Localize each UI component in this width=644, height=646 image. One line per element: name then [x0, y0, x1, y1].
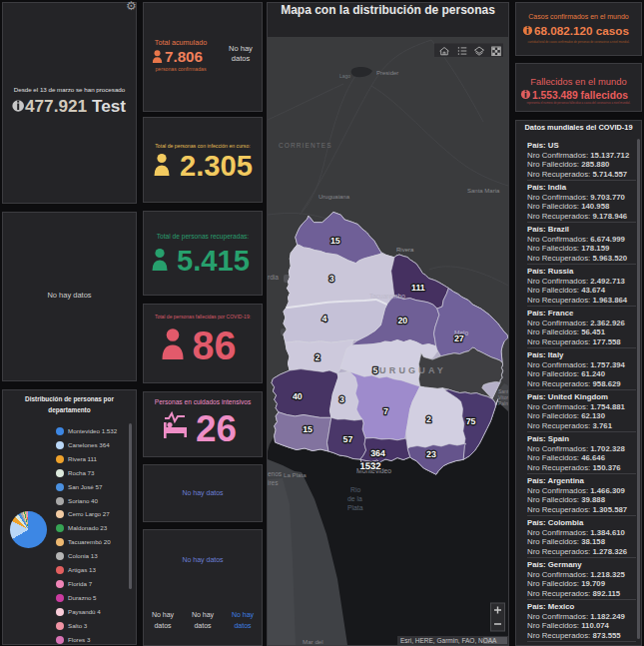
svg-text:URUGUAY: URUGUAY	[379, 365, 446, 375]
svg-text:23: 23	[426, 449, 436, 459]
svg-text:de la: de la	[347, 495, 362, 502]
svg-text:La Plata: La Plata	[284, 471, 307, 478]
svg-text:364: 364	[370, 448, 385, 458]
svg-text:Lago: Lago	[339, 73, 350, 79]
svg-text:86: 86	[193, 325, 237, 363]
svg-text:CORRIENTES: CORRIENTES	[279, 142, 332, 149]
svg-text:27: 27	[454, 333, 464, 343]
svg-text:111: 111	[411, 283, 425, 293]
svg-text:cantidad total de casos confir: cantidad total de casos confirmados de p…	[528, 38, 630, 43]
svg-text:40: 40	[293, 391, 303, 401]
svg-text:2: 2	[426, 414, 431, 424]
svg-text:15: 15	[330, 236, 340, 246]
svg-text:5.415: 5.415	[177, 246, 250, 274]
svg-text:3: 3	[339, 394, 344, 404]
svg-text:Rio: Rio	[350, 486, 360, 493]
svg-text:4: 4	[322, 314, 326, 323]
svg-text:Uruguaiana: Uruguaiana	[319, 194, 350, 200]
svg-text:2: 2	[315, 352, 320, 362]
svg-text:Mar del: Mar del	[303, 638, 323, 645]
svg-text:15: 15	[303, 424, 313, 434]
svg-text:Santa Maria: Santa Maria	[467, 188, 500, 194]
svg-text:3: 3	[329, 274, 334, 284]
svg-text:20: 20	[397, 316, 407, 325]
svg-text:75: 75	[466, 416, 476, 426]
svg-text:Tacuarembo: Tacuarembo	[369, 293, 405, 300]
svg-text:enos: enos	[268, 470, 283, 477]
svg-text:ires: ires	[268, 479, 279, 486]
svg-text:7: 7	[383, 406, 388, 416]
svg-text:Palmar: Palmar	[498, 400, 508, 406]
svg-text:rdia: rdia	[268, 274, 279, 281]
svg-text:representa el numero de person: representa el numero de personas falleci…	[527, 99, 631, 104]
svg-text:477.921 Test: 477.921 Test	[25, 97, 127, 115]
svg-text:2.305: 2.305	[180, 151, 253, 179]
svg-text:Rivera: Rivera	[396, 247, 414, 253]
svg-text:68.082.120 casos: 68.082.120 casos	[534, 25, 629, 37]
svg-text:Presider: Presider	[376, 70, 398, 76]
svg-text:26: 26	[196, 410, 237, 442]
svg-text:Esri, HERE, Garmin, FAO, NOAA: Esri, HERE, Garmin, FAO, NOAA	[400, 637, 497, 644]
svg-text:5: 5	[373, 365, 378, 375]
svg-text:57: 57	[343, 434, 353, 444]
svg-text:7.806: 7.806	[165, 48, 203, 65]
svg-text:1532: 1532	[359, 461, 380, 472]
svg-text:Plata: Plata	[347, 504, 363, 511]
